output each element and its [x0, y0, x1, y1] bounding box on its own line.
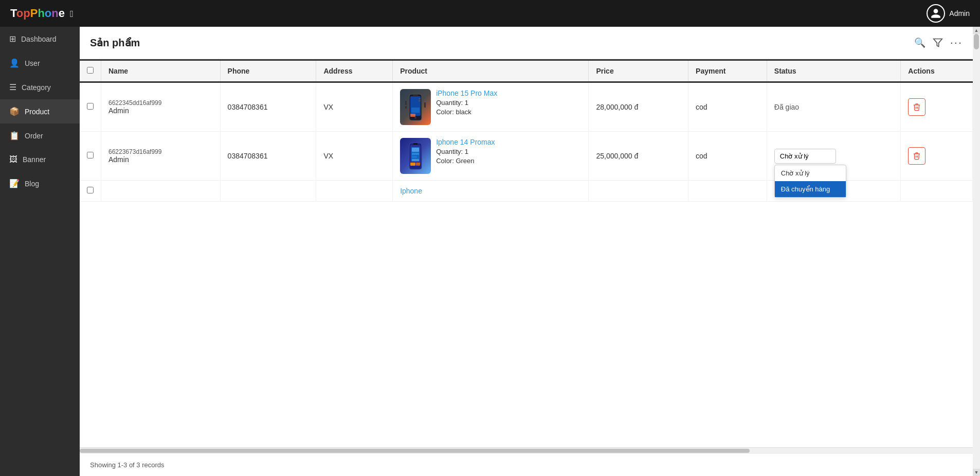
row1-actions: [901, 82, 973, 132]
table-row: 66223673d16af999 Admin 0384708361 VX: [80, 132, 973, 181]
content-area: Sản phẩm 🔍 ···: [80, 27, 973, 476]
row1-payment: cod: [688, 82, 767, 132]
header-product: Product: [393, 60, 589, 82]
row2-checkbox[interactable]: [87, 152, 94, 158]
row2-status: Chờ xử lý Đã chuyển hàng Chờ xử lý Đã ch…: [767, 132, 901, 181]
sidebar-label-blog: Blog: [25, 180, 39, 188]
right-scrollbar[interactable]: ▲ ▼: [973, 27, 980, 476]
sidebar-item-user[interactable]: 👤 User: [0, 51, 80, 75]
header-actions: Actions: [901, 60, 973, 82]
user-icon: 👤: [9, 58, 20, 68]
dropdown-option-da-chuyen-hang[interactable]: Đã chuyển hàng: [775, 181, 846, 197]
main-layout: ⊞ Dashboard 👤 User ☰ Category 📦 Product …: [0, 27, 980, 476]
svg-rect-21: [412, 156, 417, 158]
status-dropdown-popup: Chờ xử lý Đã chuyển hàng: [774, 165, 846, 198]
scroll-up-arrow[interactable]: ▲: [973, 27, 980, 34]
sidebar-label-product: Product: [25, 108, 49, 116]
row1-price: 28,000,000 đ: [589, 82, 688, 132]
sidebar-label-category: Category: [22, 83, 51, 92]
orders-table: Name Phone Address Product Price Payment…: [80, 59, 973, 202]
scroll-down-arrow[interactable]: ▼: [973, 469, 980, 476]
svg-rect-20: [412, 153, 419, 155]
navbar-user[interactable]: Admin: [927, 4, 970, 23]
sidebar-item-category[interactable]: ☰ Category: [0, 75, 80, 99]
sidebar-item-product[interactable]: 📦 Product: [0, 99, 80, 124]
row2-status-select[interactable]: Chờ xử lý Đã chuyển hàng: [774, 149, 836, 164]
header-name: Name: [101, 60, 221, 82]
scroll-thumb[interactable]: [974, 34, 979, 49]
search-button[interactable]: 🔍: [914, 37, 925, 48]
row2-phone: 0384708361: [220, 132, 316, 181]
row3-actions: [901, 181, 973, 202]
brand-p1: p: [23, 7, 30, 20]
svg-rect-3: [413, 94, 418, 96]
row2-actions: [901, 132, 973, 181]
row2-address: VX: [316, 132, 393, 181]
filter-icon: [933, 38, 943, 48]
row1-delete-button[interactable]: [908, 98, 925, 116]
sidebar-item-banner[interactable]: 🖼 Banner: [0, 148, 80, 171]
select-all-checkbox[interactable]: [87, 67, 94, 74]
svg-rect-25: [416, 163, 420, 166]
row1-status: Đã giao: [767, 82, 901, 132]
table-row: 6622345dd16af999 Admin 0384708361 VX: [80, 82, 973, 132]
row1-status-text: Đã giao: [774, 103, 799, 111]
dropdown-option-cho-xu-ly[interactable]: Chờ xử lý: [775, 165, 846, 181]
svg-rect-24: [410, 163, 415, 166]
row1-product-cell: iPhone 15 Pro Max Quantity: 1 Color: bla…: [400, 89, 581, 125]
svg-rect-23: [413, 143, 418, 145]
brand-logo: TopPhone : [10, 7, 74, 20]
row2-delete-button[interactable]: [908, 147, 925, 165]
header-address: Address: [316, 60, 393, 82]
row2-product-img: [400, 138, 431, 174]
row3-payment: [688, 181, 767, 202]
header-price: Price: [589, 60, 688, 82]
scroll-track[interactable]: [973, 34, 980, 469]
navbar: TopPhone  Admin: [0, 0, 980, 27]
brand-o1: o: [16, 7, 23, 20]
header-status: Status: [767, 60, 901, 82]
row2-price: 25,000,000 đ: [589, 132, 688, 181]
row3-checkbox[interactable]: [87, 187, 94, 193]
table-wrapper[interactable]: Name Phone Address Product Price Payment…: [80, 59, 973, 447]
horizontal-scrollbar[interactable]: [80, 447, 973, 453]
svg-rect-22: [412, 159, 419, 161]
svg-rect-10: [405, 106, 407, 109]
row2-checkbox-cell[interactable]: [80, 132, 101, 181]
row3-product: Iphone: [393, 181, 589, 202]
content-header: Sản phẩm 🔍 ···: [80, 27, 973, 59]
row2-payment: cod: [688, 132, 767, 181]
dashboard-icon: ⊞: [9, 34, 16, 44]
svg-rect-8: [419, 100, 421, 101]
row2-status-wrapper[interactable]: Chờ xử lý Đã chuyển hàng Chờ xử lý Đã ch…: [774, 149, 894, 164]
row2-product: Iphone 14 Promax Quantity: 1 Color: Gree…: [393, 132, 589, 181]
search-icon: 🔍: [914, 37, 925, 48]
sidebar-item-order[interactable]: 📋 Order: [0, 124, 80, 148]
sidebar-item-dashboard[interactable]: ⊞ Dashboard: [0, 27, 80, 51]
row1-actions-cell: [908, 98, 965, 116]
row2-name: 66223673d16af999 Admin: [101, 132, 221, 181]
row1-product-info: iPhone 15 Pro Max Quantity: 1 Color: bla…: [436, 89, 497, 116]
brand-top: T: [10, 7, 16, 20]
sidebar-label-order: Order: [25, 132, 43, 140]
h-scroll-thumb[interactable]: [80, 449, 750, 453]
delete-icon: [913, 152, 921, 160]
more-button[interactable]: ···: [950, 36, 963, 49]
avatar[interactable]: [927, 4, 945, 23]
header-phone: Phone: [220, 60, 316, 82]
row1-checkbox[interactable]: [87, 103, 94, 110]
apple-icon: : [70, 9, 74, 19]
filter-button[interactable]: [933, 38, 943, 48]
sidebar-item-blog[interactable]: 📝 Blog: [0, 171, 80, 196]
header-checkbox[interactable]: [80, 60, 101, 82]
row2-product-cell: Iphone 14 Promax Quantity: 1 Color: Gree…: [400, 138, 581, 174]
row1-checkbox-cell[interactable]: [80, 82, 101, 132]
row3-price: [589, 181, 688, 202]
delete-icon: [913, 103, 921, 111]
row3-checkbox-cell[interactable]: [80, 181, 101, 202]
more-icon: ···: [950, 36, 963, 49]
order-icon: 📋: [9, 131, 20, 140]
row1-address: VX: [316, 82, 393, 132]
admin-label: Admin: [949, 9, 970, 17]
row2-actions-cell: [908, 147, 965, 165]
